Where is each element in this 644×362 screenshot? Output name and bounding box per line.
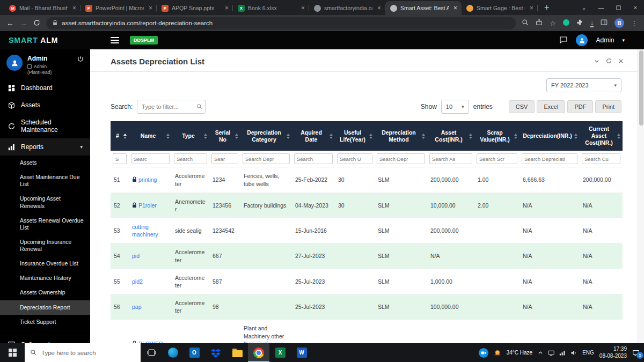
minimize-button[interactable]: — xyxy=(592,0,610,15)
print-export-button[interactable]: Print xyxy=(595,100,621,113)
extensions-icon[interactable] xyxy=(576,19,583,27)
power-icon[interactable] xyxy=(77,55,84,64)
column-header-aquired-date[interactable]: Aquired Date xyxy=(292,121,335,151)
column-filter-input-3[interactable] xyxy=(211,153,238,164)
column-header-scrap-value-inr[interactable]: Scrap Value(INR.) xyxy=(474,121,519,151)
forward-icon[interactable]: → xyxy=(20,19,27,27)
search-icon[interactable] xyxy=(522,19,529,27)
sidebar-subitem-upcoming-insurance-renewal[interactable]: Upcoming Insurance Renewal xyxy=(0,235,90,256)
sidebar-item-scheduled-maintenance[interactable]: Scheduled Maintenance xyxy=(0,114,90,138)
sidebar-subitem-assets-ownership[interactable]: Assets Ownership xyxy=(0,285,90,300)
column-header-name[interactable]: Name xyxy=(129,121,172,151)
asset-name-link[interactable]: cutting machinery xyxy=(132,224,158,238)
profile-avatar[interactable] xyxy=(6,55,23,71)
maximize-button[interactable] xyxy=(610,0,627,15)
browser-tab[interactable]: M Mail - Bharat Bhushan × xyxy=(4,1,80,15)
site-lock-icon[interactable] xyxy=(53,20,57,27)
column-header-sl[interactable]: # xyxy=(111,121,129,151)
search-input[interactable] xyxy=(137,100,206,114)
column-header-serial-no[interactable]: Serial No xyxy=(209,121,240,151)
task-view-icon[interactable] xyxy=(141,343,162,362)
column-header-useful-life-year[interactable]: Useful Life(Year) xyxy=(335,121,375,151)
network-icon[interactable] xyxy=(559,350,566,356)
share-icon[interactable] xyxy=(536,19,543,27)
excel-icon[interactable]: X xyxy=(269,343,291,362)
column-filter-input-8[interactable] xyxy=(429,153,472,164)
meet-now-icon[interactable] xyxy=(479,348,488,358)
csv-export-button[interactable]: CSV xyxy=(509,100,535,113)
sidebar-subitem-ticket-support[interactable]: Ticket Support xyxy=(0,315,90,329)
tab-close-icon[interactable]: × xyxy=(299,5,306,11)
column-filter-input-1[interactable] xyxy=(131,153,170,164)
tab-close-icon[interactable]: × xyxy=(376,5,383,11)
weather-icon[interactable] xyxy=(494,349,501,357)
chevron-up-icon[interactable] xyxy=(538,350,543,356)
page-size-select[interactable]: 10 ▾ xyxy=(441,100,469,114)
column-header-asset-cost-inr[interactable]: Asset Cost(INR.) xyxy=(427,121,474,151)
new-tab-button[interactable]: + xyxy=(538,3,555,12)
sidebar-item-assets[interactable]: Assets xyxy=(0,97,90,114)
download-icon[interactable]: ↓ xyxy=(590,19,594,28)
tab-close-icon[interactable]: × xyxy=(223,5,230,11)
volume-icon[interactable] xyxy=(570,350,577,356)
asset-name-link[interactable]: printing xyxy=(138,176,157,183)
column-filter-input-4[interactable] xyxy=(243,153,290,164)
start-button[interactable] xyxy=(0,343,25,362)
tab-search-chevron-icon[interactable]: ⌄ xyxy=(575,0,592,15)
taskbar-search[interactable]: Type here to search xyxy=(25,343,141,362)
back-icon[interactable]: ← xyxy=(6,19,14,27)
column-header-depreciation-method[interactable]: Depreciation Method xyxy=(375,121,427,151)
column-filter-input-10[interactable] xyxy=(522,153,577,164)
column-filter-input-5[interactable] xyxy=(294,153,333,164)
sidebar-item-reports[interactable]: Reports ▾ xyxy=(0,138,90,156)
hamburger-menu-icon[interactable] xyxy=(111,37,119,43)
refresh-icon[interactable] xyxy=(606,56,612,66)
side-panel-icon[interactable] xyxy=(601,19,608,27)
browser-tab[interactable]: P APQP Snap.pptx × xyxy=(157,1,233,15)
column-filter-input-7[interactable] xyxy=(377,153,425,164)
weather-label[interactable]: 34°C Haze xyxy=(507,350,532,356)
tab-close-icon[interactable]: × xyxy=(147,5,154,11)
sidebar-subitem-upcoming-asset-renewals[interactable]: Upcoming Asset Renewals xyxy=(0,191,90,213)
browser-tab[interactable]: smartfactoryindia.com × xyxy=(309,1,385,15)
sidebar-subitem-assets[interactable]: Assets xyxy=(0,156,90,170)
sidebar-item-dashboard[interactable]: Dashboard xyxy=(0,79,90,97)
collapse-chevron-icon[interactable] xyxy=(594,56,599,66)
edge-icon[interactable] xyxy=(162,343,184,362)
column-filter-input-6[interactable] xyxy=(337,153,372,164)
column-header-depreciation-category[interactable]: Depreciation Category xyxy=(240,121,292,151)
sidebar-subitem-asset-maintenance-due-list[interactable]: Asset Maintenance Due List xyxy=(0,170,90,191)
column-filter-input-0[interactable] xyxy=(113,153,127,164)
bookmark-star-icon[interactable]: ☆ xyxy=(550,19,556,27)
display-icon[interactable] xyxy=(548,350,554,356)
column-header-depreciation-inr[interactable]: Depreciation(INR.) xyxy=(519,121,580,151)
browser-tab[interactable]: Smart Asset: Best Ass × xyxy=(385,1,462,15)
word-icon[interactable]: W xyxy=(291,343,312,362)
sidebar-subitem-insurance-overdue-list[interactable]: Insurance Overdue List xyxy=(0,256,90,271)
sidebar-subitem-assets-renewal-overdue-list[interactable]: Assets Renewal Overdue List xyxy=(0,213,90,235)
asset-name-link[interactable]: pid2 xyxy=(132,278,143,285)
taskbar-clock[interactable]: 17:39 08-08-2023 xyxy=(599,346,627,359)
scrollbar-thumb[interactable] xyxy=(639,50,643,125)
sidebar-subitem-maintenance-history[interactable]: Maintenance History xyxy=(0,271,90,285)
asset-name-link[interactable]: P1roler xyxy=(138,202,157,209)
sidebar-item-software-logs[interactable]: Software Logs ▸ xyxy=(0,336,90,343)
column-filter-input-11[interactable] xyxy=(582,153,620,164)
browser-tab[interactable]: P PowerPoint | Microsof × xyxy=(80,1,157,15)
browser-tab[interactable]: X Book 6.xlsx × xyxy=(233,1,309,15)
fy-select[interactable]: FY 2022-2023 ▾ xyxy=(546,78,621,92)
vertical-scrollbar[interactable] xyxy=(638,49,644,343)
column-header-current-asset-cost-inr[interactable]: Current Asset Cost(INR.) xyxy=(580,121,623,151)
grammarly-icon[interactable] xyxy=(563,19,569,27)
column-header-type[interactable]: Type xyxy=(172,121,209,151)
language-indicator[interactable]: ENG xyxy=(582,350,594,356)
user-avatar[interactable] xyxy=(576,34,588,46)
chrome-icon[interactable] xyxy=(248,343,269,362)
sidebar-subitem-depreciation-report[interactable]: Depreciation Report xyxy=(0,300,90,315)
profile-avatar[interactable]: B xyxy=(614,18,624,28)
action-center-icon[interactable]: 5 xyxy=(632,349,640,357)
user-menu-label[interactable]: Admin xyxy=(596,36,614,44)
tab-close-icon[interactable]: × xyxy=(71,5,78,11)
asset-name-link[interactable]: pap xyxy=(132,304,142,310)
address-bar[interactable]: asset.smartfactoryindia.com/report-depre… xyxy=(46,17,516,29)
